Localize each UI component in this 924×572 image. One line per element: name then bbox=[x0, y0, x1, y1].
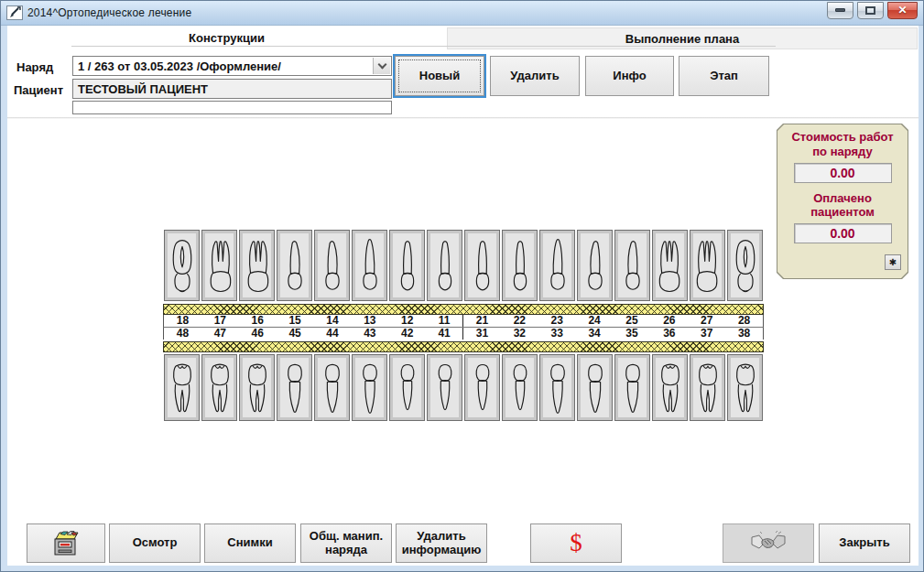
tooth-number-17: 17 bbox=[201, 315, 239, 327]
tooth-number-12: 12 bbox=[388, 315, 426, 327]
tooth-number-41: 41 bbox=[426, 328, 463, 340]
tooth-cell-32[interactable] bbox=[502, 354, 538, 421]
tooth-cell-37[interactable] bbox=[690, 354, 725, 421]
tooth-drawing bbox=[207, 237, 233, 294]
tooth-drawing bbox=[582, 237, 608, 294]
tooth-cell-31[interactable] bbox=[464, 354, 500, 421]
patient-value: ТЕСТОВЫЙ ПАЦИЕНТ bbox=[78, 82, 208, 96]
stage-button[interactable]: Этап bbox=[679, 56, 769, 96]
tooth-inner bbox=[355, 233, 384, 297]
tooth-cell-41[interactable] bbox=[427, 354, 462, 421]
tooth-inner bbox=[505, 233, 534, 297]
tooth-drawing bbox=[245, 237, 270, 294]
tooth-drawing bbox=[357, 237, 383, 294]
patient-field[interactable]: ТЕСТОВЫЙ ПАЦИЕНТ bbox=[72, 79, 392, 99]
combo-dropdown-button[interactable] bbox=[373, 58, 390, 74]
tooth-drawing bbox=[395, 237, 420, 294]
close-button[interactable]: Закрыть bbox=[819, 523, 910, 563]
naryad-label: Наряд bbox=[16, 60, 53, 74]
app-icon[interactable] bbox=[6, 5, 23, 20]
new-button[interactable]: Новый bbox=[395, 56, 484, 96]
info-button[interactable]: Инфо bbox=[585, 56, 674, 96]
inspect-button[interactable]: Осмотр bbox=[109, 523, 201, 563]
group-box-edge bbox=[71, 46, 776, 47]
maximize-button[interactable] bbox=[857, 2, 884, 19]
tooth-cell-45[interactable] bbox=[277, 354, 312, 421]
tooth-number-13: 13 bbox=[351, 315, 388, 327]
naryad-combobox[interactable]: 1 / 263 от 03.05.2023 /Оформление/ bbox=[72, 56, 392, 76]
tooth-cell-36[interactable] bbox=[652, 354, 688, 421]
upper-numbers-row: 18171615141312112122232425262728 bbox=[163, 315, 764, 328]
tooth-cell-25[interactable] bbox=[614, 230, 650, 301]
panel-collapse-button[interactable]: ✱ bbox=[885, 254, 901, 270]
cost-total-value: 0.00 bbox=[794, 163, 892, 183]
tooth-cell-23[interactable] bbox=[539, 230, 575, 301]
payments-button[interactable]: $ bbox=[530, 523, 622, 563]
dollar-icon: $ bbox=[570, 529, 582, 557]
delete-button[interactable]: Удалить bbox=[490, 56, 580, 96]
tooth-drawing bbox=[282, 237, 308, 294]
tooth-number-27: 27 bbox=[688, 315, 725, 327]
tooth-inner bbox=[355, 358, 384, 417]
tooth-cell-38[interactable] bbox=[727, 354, 763, 421]
minimize-button[interactable] bbox=[827, 2, 853, 19]
tooth-inner bbox=[280, 358, 309, 417]
lower-hatch-strip bbox=[163, 341, 764, 352]
tooth-cell-46[interactable] bbox=[239, 354, 275, 421]
chevron-down-icon bbox=[377, 59, 386, 69]
tooth-drawing bbox=[507, 237, 533, 294]
tooth-cell-47[interactable] bbox=[201, 354, 237, 421]
tooth-drawing bbox=[620, 237, 646, 294]
tooth-number-11: 11 bbox=[426, 315, 463, 327]
tooth-inner bbox=[318, 233, 346, 297]
close-window-button[interactable]: ✕ bbox=[887, 2, 918, 19]
tooth-cell-12[interactable] bbox=[389, 230, 425, 301]
tooth-cell-22[interactable] bbox=[502, 230, 538, 301]
tooth-cell-44[interactable] bbox=[314, 354, 350, 421]
tooth-inner bbox=[205, 233, 234, 297]
manipulations-button[interactable]: Общ. манип. наряда bbox=[300, 523, 392, 563]
tooth-cell-26[interactable] bbox=[652, 230, 688, 301]
tooth-cell-43[interactable] bbox=[352, 354, 387, 421]
tooth-cell-17[interactable] bbox=[201, 230, 237, 301]
tooth-cell-14[interactable] bbox=[314, 230, 350, 301]
tooth-number-15: 15 bbox=[277, 315, 314, 327]
tooth-cell-11[interactable] bbox=[427, 230, 462, 301]
tooth-drawing bbox=[282, 362, 308, 415]
tooth-cell-42[interactable] bbox=[389, 354, 425, 421]
tooth-cell-24[interactable] bbox=[577, 230, 613, 301]
extra-field[interactable] bbox=[72, 101, 392, 114]
tooth-cell-28[interactable] bbox=[727, 230, 763, 301]
tooth-inner bbox=[693, 358, 722, 417]
tooth-number-24: 24 bbox=[576, 315, 614, 327]
tooth-cell-33[interactable] bbox=[539, 354, 575, 421]
tooth-cell-48[interactable] bbox=[164, 354, 200, 421]
tooth-inner bbox=[243, 358, 271, 417]
tooth-cell-15[interactable] bbox=[277, 230, 312, 301]
tooth-drawing bbox=[320, 362, 345, 415]
tooth-number-42: 42 bbox=[388, 328, 426, 340]
tooth-cell-21[interactable] bbox=[464, 230, 500, 301]
tooth-number-44: 44 bbox=[314, 328, 352, 340]
tooth-number-38: 38 bbox=[725, 328, 763, 340]
tooth-drawing bbox=[470, 362, 495, 415]
titlebar: 2014^Ортопедическое лечение ✕ bbox=[1, 1, 923, 26]
photos-button[interactable]: Снимки bbox=[204, 523, 296, 563]
tooth-cell-18[interactable] bbox=[164, 230, 200, 301]
handshake-button[interactable] bbox=[723, 523, 814, 563]
tooth-cell-34[interactable] bbox=[577, 354, 613, 421]
tooth-number-46: 46 bbox=[239, 328, 277, 340]
asterisk-icon: ✱ bbox=[889, 257, 897, 267]
header-separator bbox=[7, 117, 919, 119]
tooth-drawing bbox=[245, 362, 270, 415]
tooth-drawing bbox=[695, 362, 721, 415]
paid-label: Оплачено пациентом bbox=[783, 191, 902, 219]
tooth-cell-27[interactable] bbox=[690, 230, 725, 301]
tooth-number-45: 45 bbox=[277, 328, 314, 340]
card-index-button[interactable] bbox=[27, 523, 105, 563]
tooth-inner bbox=[468, 358, 496, 417]
tooth-cell-35[interactable] bbox=[614, 354, 650, 421]
tooth-cell-16[interactable] bbox=[239, 230, 275, 301]
tooth-cell-13[interactable] bbox=[352, 230, 387, 301]
delete-info-button[interactable]: Удалить информацию bbox=[396, 523, 487, 563]
